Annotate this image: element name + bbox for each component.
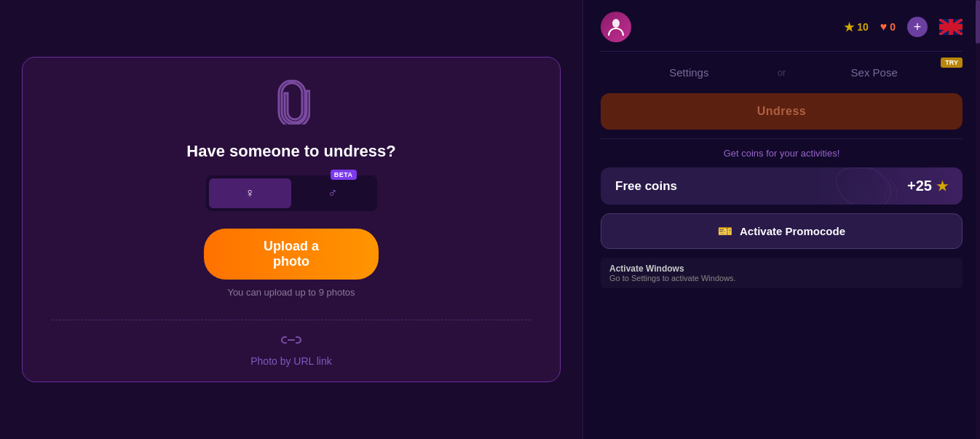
activate-windows-subtitle: Go to Settings to activate Windows. [609,274,954,282]
upload-card: Have someone to undress? ♀ ♂ BETA Upload… [22,57,561,382]
upload-photo-button[interactable]: Upload a photo [204,229,379,280]
paperclip-icon [272,79,310,130]
promocode-label: Activate Promocode [740,225,845,237]
link-icon [281,332,301,351]
hearts-count: 0 [890,21,896,33]
url-link-section: Photo by URL link [250,332,332,367]
star-coins-icon: ★ [936,178,948,194]
hearts-display: ♥ 0 [880,20,896,33]
try-badge: TRY [941,58,963,68]
top-bar: ★ 10 ♥ 0 + [601,12,963,52]
scrollbar-thumb[interactable] [976,0,980,44]
free-coins-amount: +25 ★ [907,178,948,194]
tab-sex-pose[interactable]: Sex Pose [786,60,963,84]
tab-settings[interactable]: Settings [601,60,778,84]
coins-promo-text: Get coins for your activities! [601,148,963,159]
upload-title: Have someone to undress? [186,142,395,161]
ticket-icon: 🎫 [718,224,732,238]
add-coins-button[interactable]: + [907,17,928,37]
activate-windows-title: Activate Windows [609,264,954,274]
mode-tabs: Settings or Sex Pose TRY [601,60,963,84]
coins-amount-text: +25 [907,178,932,194]
left-panel: Have someone to undress? ♀ ♂ BETA Upload… [0,0,582,439]
activate-windows-notice: Activate Windows Go to Settings to activ… [601,258,963,288]
coins-display: ★ 10 [844,20,869,34]
heart-icon: ♥ [880,20,888,33]
scrollbar-track[interactable] [976,0,980,439]
avatar [601,12,631,42]
undress-button[interactable]: Undress [601,93,963,130]
activate-promocode-button[interactable]: 🎫 Activate Promocode [601,213,963,249]
url-link-button[interactable]: Photo by URL link [250,355,332,367]
male-gender-btn[interactable]: ♂ [291,178,374,208]
male-icon: ♂ [328,186,338,200]
divider [52,320,531,320]
coins-count: 10 [857,21,869,33]
female-gender-btn[interactable]: ♀ [209,178,292,208]
female-icon: ♀ [245,186,256,200]
right-panel: ★ 10 ♥ 0 + Settings or Sex Pose TRY Undr… [582,0,980,439]
svg-point-0 [612,19,620,28]
gender-toggle: ♀ ♂ BETA [206,175,377,211]
tab-separator: or [778,67,786,78]
language-flag[interactable] [939,19,963,35]
beta-badge: BETA [331,170,357,180]
free-coins-label: Free coins [615,179,907,194]
divider-line [601,138,963,139]
free-coins-card[interactable]: Free coins +25 ★ [601,167,963,205]
star-icon: ★ [844,20,854,34]
upload-hint: You can upload up to 9 photos [227,287,355,298]
